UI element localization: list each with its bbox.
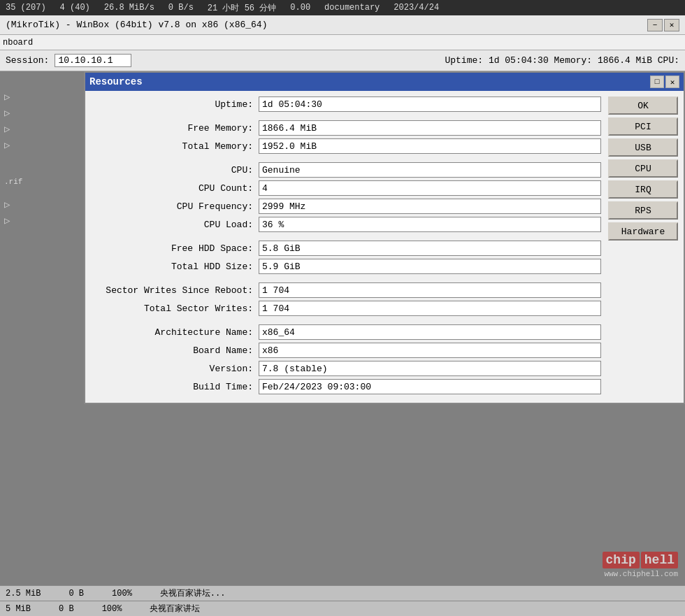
dialog-title-text: Resources — [89, 76, 143, 87]
sector-writes-label: Sector Writes Since Reboot: — [91, 285, 259, 296]
cpu-label-field: CPU: — [91, 165, 259, 176]
top-stat-5: 21 小时 56 分钟 — [208, 2, 276, 14]
session-label: Session: — [6, 55, 49, 66]
free-memory-value — [259, 120, 601, 136]
total-hdd-row: Total HDD Size: — [91, 259, 601, 274]
window-controls: − ✕ — [647, 19, 679, 31]
pci-button[interactable]: PCI — [608, 117, 678, 136]
top-stat-8: 2023/4/24 — [394, 3, 439, 13]
bottom-2-stat4: 央视百家讲坛 — [150, 603, 200, 615]
irq-button[interactable]: IRQ — [608, 180, 678, 199]
bottom-bar-2: 5 MiB 0 B 100% 央视百家讲坛 — [0, 601, 685, 616]
dialog-window-controls: □ ✕ — [650, 76, 679, 88]
version-row: Version: — [91, 361, 601, 376]
version-label: Version: — [91, 364, 259, 374]
total-sector-label: Total Sector Writes: — [91, 303, 259, 314]
hardware-button[interactable]: Hardware — [608, 222, 678, 241]
top-stat-1: 35 (207) — [6, 3, 46, 13]
total-sector-row: Total Sector Writes: — [91, 301, 601, 316]
free-memory-label: Free Memory: — [91, 123, 259, 134]
top-stat-3: 26.8 MiB/s — [104, 3, 154, 13]
cpu-row: CPU: — [91, 162, 601, 178]
sidebar-arrow-3[interactable]: ▷ — [1, 122, 44, 136]
cpu-count-value — [259, 180, 601, 196]
sector-writes-row: Sector Writes Since Reboot: — [91, 282, 601, 298]
sidebar-arrow-4[interactable]: ▷ — [1, 138, 44, 152]
free-memory-row: Free Memory: — [91, 120, 601, 136]
board-label: Board Name: — [91, 345, 259, 356]
main-area: ▷ ▷ ▷ ▷ .rif ▷ ▷ Resources □ ✕ — [0, 71, 685, 585]
bottom-1-stat4: 央视百家讲坛... — [160, 587, 226, 599]
cpu-load-value — [259, 217, 601, 232]
cpu-freq-row: CPU Frequency: — [91, 199, 601, 214]
free-hdd-row: Free HDD Space: — [91, 241, 601, 256]
total-memory-row: Total Memory: — [91, 138, 601, 154]
arch-label: Architecture Name: — [91, 327, 259, 338]
sidebar-arrow-6[interactable]: ▷ — [1, 213, 44, 228]
dialog-body: Uptime: Free Memory: Total Memory: — [85, 91, 684, 403]
menu-item-nboard[interactable]: nboard — [3, 38, 33, 48]
cpu-load-label: CPU Load: — [91, 220, 259, 230]
sidebar-arrow-2[interactable]: ▷ — [1, 106, 44, 120]
total-memory-value — [259, 138, 601, 154]
close-button[interactable]: ✕ — [664, 19, 679, 31]
title-bar: (MikroTik) - WinBox (64bit) v7.8 on x86 … — [0, 15, 685, 35]
sidebar-label: .rif — [1, 176, 44, 187]
cpu-load-row: CPU Load: — [91, 217, 601, 232]
build-time-row: Build Time: — [91, 379, 601, 394]
uptime-field-value — [259, 96, 601, 112]
uptime-row: Uptime: — [91, 96, 601, 112]
bottom-1-stat2: 0 B — [68, 589, 84, 599]
bottom-2-stat3: 100% — [102, 604, 122, 614]
top-stat-7: documentary — [324, 3, 380, 13]
top-status-bar: 35 (207) 4 (40) 26.8 MiB/s 0 B/s 21 小时 5… — [0, 0, 685, 15]
cpu-count-label: CPU Count: — [91, 183, 259, 194]
minimize-button[interactable]: − — [647, 19, 663, 31]
rps-button[interactable]: RPS — [608, 201, 678, 220]
arch-value — [259, 324, 601, 340]
sidebar-arrow-1[interactable]: ▷ — [1, 89, 44, 104]
free-hdd-value — [259, 241, 601, 256]
watermark-area: chip hell www.chiphell.com — [603, 552, 678, 578]
dialog-maximize-button[interactable]: □ — [650, 76, 664, 88]
version-value — [259, 361, 601, 376]
app-title: (MikroTik) - WinBox (64bit) v7.8 on x86 … — [6, 20, 267, 30]
cpu-count-row: CPU Count: — [91, 180, 601, 196]
uptime-field-label: Uptime: — [91, 99, 259, 110]
resources-dialog: Resources □ ✕ Uptime: — [84, 71, 685, 404]
cpu-button[interactable]: CPU — [608, 159, 678, 178]
dialog-title-bar: Resources □ ✕ — [85, 73, 684, 91]
free-hdd-label: Free HDD Space: — [91, 243, 259, 254]
ok-button[interactable]: OK — [608, 96, 678, 115]
usb-button[interactable]: USB — [608, 138, 678, 157]
dialog-close-button[interactable]: ✕ — [665, 76, 679, 88]
uptime-value: 1d 05:04:30 — [489, 55, 549, 66]
cpu-freq-label: CPU Frequency: — [91, 201, 259, 212]
board-row: Board Name: — [91, 343, 601, 358]
session-bar: Session: Uptime: 1d 05:04:30 Memory: 186… — [0, 50, 685, 71]
cpu-label: CPU: — [658, 55, 679, 66]
cpu-value — [259, 162, 601, 178]
watermark-text: www.chiphell.com — [604, 570, 678, 578]
total-hdd-label: Total HDD Size: — [91, 262, 259, 272]
memory-label: Memory: — [554, 55, 593, 66]
bottom-1-stat1: 2.5 MiB — [6, 589, 41, 599]
total-sector-value — [259, 301, 601, 316]
sidebar-arrow-5[interactable]: ▷ — [1, 197, 44, 212]
bottom-bar-1: 2.5 MiB 0 B 100% 央视百家讲坛... — [0, 585, 685, 601]
build-time-label: Build Time: — [91, 382, 259, 392]
session-info: Uptime: 1d 05:04:30 Memory: 1866.4 MiB C… — [445, 55, 679, 66]
bottom-2-stat1: 5 MiB — [6, 604, 31, 614]
action-buttons: OK PCI USB CPU IRQ RPS Hardware — [608, 96, 678, 397]
cpu-freq-value — [259, 199, 601, 214]
session-input[interactable] — [55, 54, 131, 67]
total-memory-label: Total Memory: — [91, 141, 259, 152]
total-hdd-value — [259, 259, 601, 274]
top-stat-2: 4 (40) — [60, 3, 90, 13]
board-value — [259, 343, 601, 358]
form-area: Uptime: Free Memory: Total Memory: — [91, 96, 601, 397]
arch-row: Architecture Name: — [91, 324, 601, 340]
memory-value: 1866.4 MiB — [598, 55, 652, 66]
bottom-2-stat2: 0 B — [59, 604, 74, 614]
sidebar: ▷ ▷ ▷ ▷ .rif ▷ ▷ — [0, 71, 45, 585]
